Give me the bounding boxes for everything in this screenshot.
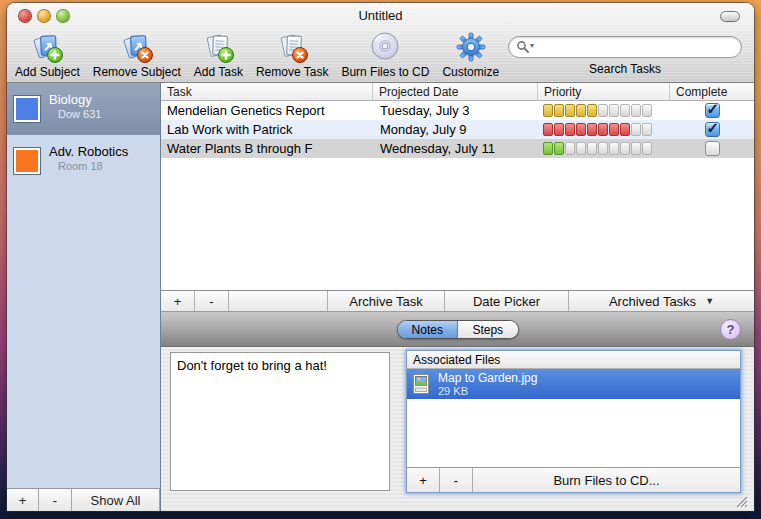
notes-textarea[interactable]: Don't forget to bring a hat! [170,352,390,491]
associated-files-header: Associated Files [407,351,740,369]
priority-segment[interactable] [576,142,586,155]
priority-segment[interactable] [543,142,553,155]
toolbar-label: Remove Subject [93,65,181,79]
tab-steps[interactable]: Steps [458,321,518,338]
archived-tasks-dropdown[interactable]: Archived Tasks ▼ [569,291,754,311]
task-date: Tuesday, July 3 [373,103,538,118]
task-table-footer: + - Archive Task Date Picker Archived Ta… [161,290,754,312]
column-header-task[interactable]: Task [161,83,373,100]
sidebar-item-biology[interactable]: Biology Dow 631 [7,83,160,135]
toolbar-label: Burn Files to CD [341,65,429,79]
search-area: ▾ Search Tasks [508,36,742,76]
toolbar-label: Add Subject [15,65,80,79]
add-subject-small-button[interactable]: + [7,489,39,511]
priority-segment[interactable] [598,123,608,136]
column-header-priority[interactable]: Priority [538,83,670,100]
priority-segment[interactable] [620,142,630,155]
priority-segment[interactable] [642,104,652,117]
archive-task-button[interactable]: Archive Task [328,291,445,311]
sidebar-item-adv-robotics[interactable]: Adv. Robotics Room 18 [7,135,160,187]
title-bar[interactable]: Untitled [7,3,754,27]
priority-segment[interactable] [598,142,608,155]
priority-segment[interactable] [609,104,619,117]
subject-color-swatch[interactable] [14,96,40,122]
add-task-small-button[interactable]: + [161,291,195,311]
help-button[interactable]: ? [720,319,741,340]
priority-segment[interactable] [609,123,619,136]
date-picker-button[interactable]: Date Picker [445,291,569,311]
priority-segment[interactable] [543,104,553,117]
priority-segment[interactable] [576,123,586,136]
remove-file-button[interactable]: - [440,468,473,492]
priority-segment[interactable] [554,142,564,155]
toolbar-label: Add Task [194,65,243,79]
priority-segment[interactable] [587,104,597,117]
detail-toolbar: Notes Steps ? [161,312,754,347]
priority-segment[interactable] [631,104,641,117]
add-file-button[interactable]: + [407,468,440,492]
column-header-complete[interactable]: Complete [670,83,754,100]
complete-checkbox[interactable] [705,141,720,156]
priority-segment[interactable] [565,104,575,117]
toolbar-toggle-button[interactable] [720,11,740,22]
remove-subject-small-button[interactable]: - [39,489,72,511]
priority-segment[interactable] [565,123,575,136]
priority-segment[interactable] [620,123,630,136]
table-header: Task Projected Date Priority Complete [161,83,754,101]
priority-segment[interactable] [565,142,575,155]
priority-segment[interactable] [587,142,597,155]
priority-bar[interactable] [538,104,670,117]
add-task-icon [201,30,235,64]
table-row[interactable]: Mendelian Genetics Report Tuesday, July … [161,101,754,120]
tab-notes[interactable]: Notes [398,321,459,338]
burn-files-button[interactable]: Burn Files to CD [341,30,429,79]
priority-segment[interactable] [631,142,641,155]
subject-color-swatch[interactable] [14,148,40,174]
subject-name: Adv. Robotics [49,144,128,159]
priority-segment[interactable] [642,142,652,155]
associated-files-list[interactable]: Map to Garden.jpg 29 KB [407,369,740,467]
file-name: Map to Garden.jpg [438,371,537,385]
add-task-button[interactable]: Add Task [194,30,243,79]
priority-segment[interactable] [576,104,586,117]
remove-subject-button[interactable]: Remove Subject [93,30,181,79]
toolbar-label: Remove Task [256,65,328,79]
cd-icon [368,30,402,64]
priority-segment[interactable] [609,142,619,155]
file-row-selected[interactable]: Map to Garden.jpg 29 KB [407,369,740,399]
detail-panel: Don't forget to bring a hat! Associated … [161,347,754,511]
priority-segment[interactable] [543,123,553,136]
task-date: Monday, July 9 [373,122,538,137]
files-footer: + - Burn Files to CD... [407,467,740,492]
add-subject-button[interactable]: Add Subject [15,30,80,79]
file-size: 29 KB [438,385,537,397]
priority-segment[interactable] [587,123,597,136]
search-menu-arrow-icon[interactable]: ▾ [530,41,534,50]
complete-checkbox[interactable] [705,103,720,118]
priority-segment[interactable] [642,123,652,136]
remove-task-button[interactable]: Remove Task [256,30,328,79]
priority-segment[interactable] [554,104,564,117]
table-row[interactable]: Lab Work with Patrick Monday, July 9 [161,120,754,139]
add-subject-icon [30,30,64,64]
customize-button[interactable]: Customize [442,30,499,79]
priority-bar[interactable] [538,142,670,155]
show-all-button[interactable]: Show All [72,489,160,511]
priority-segment[interactable] [598,104,608,117]
toolbar: Add Subject Remove Subject [15,30,494,82]
jpeg-file-icon [413,374,429,394]
search-input[interactable] [508,36,742,58]
column-header-projected-date[interactable]: Projected Date [373,83,538,100]
priority-bar[interactable] [538,123,670,136]
burn-files-cd-button[interactable]: Burn Files to CD... [473,468,740,492]
remove-task-small-button[interactable]: - [195,291,229,311]
window-title: Untitled [7,8,754,23]
resize-grip[interactable] [736,495,749,508]
priority-segment[interactable] [620,104,630,117]
priority-segment[interactable] [554,123,564,136]
notes-steps-segmented-control: Notes Steps [397,320,519,339]
subject-detail: Room 18 [58,160,103,172]
complete-checkbox[interactable] [705,122,720,137]
table-row-selected[interactable]: Water Plants B through F Wednesday, July… [161,139,754,158]
priority-segment[interactable] [631,123,641,136]
